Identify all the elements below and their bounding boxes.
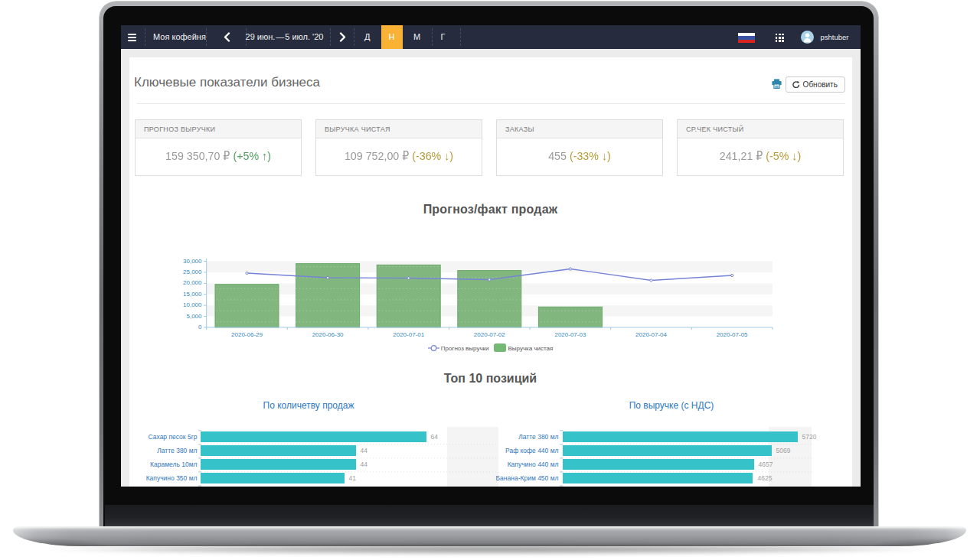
svg-text:5,000: 5,000 — [186, 313, 202, 320]
svg-text:30,000: 30,000 — [183, 258, 202, 265]
svg-text:20,000: 20,000 — [183, 279, 202, 286]
svg-text:2020-06-29: 2020-06-29 — [231, 331, 263, 338]
svg-text:2020-07-04: 2020-07-04 — [635, 331, 667, 338]
svg-text:2020-07-03: 2020-07-03 — [554, 331, 586, 338]
svg-text:2020-07-05: 2020-07-05 — [717, 331, 748, 338]
svg-text:10,000: 10,000 — [183, 301, 202, 308]
svg-text:25,000: 25,000 — [183, 269, 202, 275]
svg-text:0: 0 — [198, 324, 202, 330]
svg-text:2020-06-30: 2020-06-30 — [312, 331, 344, 338]
svg-text:2020-07-02: 2020-07-02 — [474, 331, 505, 338]
svg-text:2020-07-01: 2020-07-01 — [393, 331, 424, 338]
svg-text:15,000: 15,000 — [183, 291, 202, 298]
